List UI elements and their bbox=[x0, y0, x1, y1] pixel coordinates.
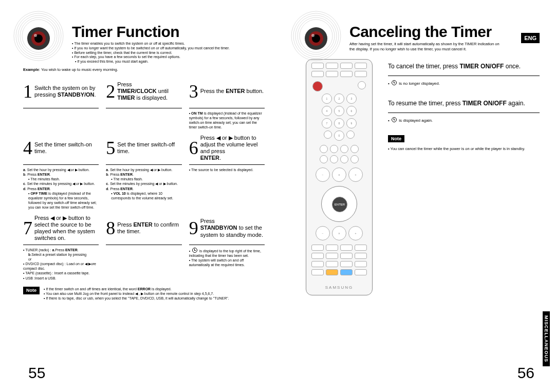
step-4: 4 Set the timer switch-on time. a. Set t… bbox=[23, 134, 99, 210]
svg-point-8 bbox=[34, 34, 37, 37]
note-badge: Note bbox=[388, 135, 404, 142]
svg-point-3 bbox=[20, 17, 57, 54]
page-title-right: Canceling the Timer bbox=[349, 23, 540, 41]
remote-illustration: 123 456 789 0 − ∧ + ENTER bbox=[306, 59, 373, 295]
note-row-left: Note • If the timer switch on and off ti… bbox=[23, 287, 265, 301]
language-badge: ENG bbox=[521, 33, 540, 43]
cancel-instruction: To cancel the timer, press TIMER ON/OFF … bbox=[388, 59, 540, 76]
page-left: Timer Function The timer enables you to … bbox=[0, 0, 278, 392]
clock-icon bbox=[392, 80, 397, 85]
svg-point-10 bbox=[293, 13, 339, 59]
example-line: Example: You wish to wake up to music ev… bbox=[23, 67, 265, 72]
dpad-icon: ENTER bbox=[321, 186, 357, 222]
resume-instruction: To resume the timer, press TIMER ON/OFF … bbox=[388, 96, 540, 113]
step-7: 7 Press ◀ or ▶ button to select the sour… bbox=[23, 214, 99, 281]
svg-point-15 bbox=[309, 31, 323, 46]
svg-point-4 bbox=[22, 20, 55, 52]
svg-point-17 bbox=[311, 34, 314, 37]
step-5: 5 Set the timer switch-off time. a. Set … bbox=[106, 134, 181, 210]
clock-icon bbox=[192, 248, 197, 253]
intro-bullets: The timer enables you to switch the syst… bbox=[72, 42, 265, 64]
svg-point-2 bbox=[18, 15, 59, 57]
svg-point-1 bbox=[16, 13, 61, 59]
svg-point-7 bbox=[34, 34, 43, 43]
step-6: 6 Press ◀ or ▶ button to adjust the volu… bbox=[189, 134, 265, 210]
page-number-left: 55 bbox=[28, 364, 45, 382]
page-right: ENG Canceling the Timer After having set… bbox=[278, 0, 555, 392]
clock-icon bbox=[392, 117, 397, 122]
side-tab-miscellaneous: MISCELLANEOUS bbox=[543, 311, 550, 366]
speaker-decor-icon bbox=[13, 10, 64, 62]
steps-grid: 1 Switch the system on by pressing STAND… bbox=[23, 77, 265, 281]
instructions-column: To cancel the timer, press TIMER ON/OFF … bbox=[388, 59, 540, 295]
svg-point-9 bbox=[291, 11, 341, 61]
page-title-left: Timer Function bbox=[72, 23, 265, 41]
step-3: 3 Press the ENTER button. ON TM ON TM is… bbox=[189, 77, 265, 129]
cancel-intro: After having set the timer, it will star… bbox=[349, 42, 540, 52]
svg-point-0 bbox=[14, 11, 63, 61]
svg-point-5 bbox=[27, 27, 50, 50]
svg-point-16 bbox=[312, 34, 320, 43]
svg-point-6 bbox=[31, 31, 46, 46]
svg-point-13 bbox=[300, 20, 332, 52]
speaker-decor-icon bbox=[290, 10, 342, 62]
step-8: 8 Press ENTER to confirm the timer. bbox=[106, 214, 181, 281]
up-icon: ∧ bbox=[332, 167, 346, 182]
step-1: 1 Switch the system on by pressing STAND… bbox=[23, 77, 99, 129]
svg-point-11 bbox=[295, 15, 337, 57]
step-9: 9 Press STANDBY/ON to set the system to … bbox=[189, 214, 265, 281]
svg-point-14 bbox=[305, 27, 327, 50]
page-number-right: 56 bbox=[517, 364, 534, 382]
step-2: 2 Press TIMER/CLOCK until TIMER is displ… bbox=[106, 77, 181, 129]
remote-brand: SAMSUNG bbox=[325, 285, 353, 290]
note-badge: Note bbox=[23, 287, 40, 295]
svg-point-12 bbox=[298, 17, 335, 54]
